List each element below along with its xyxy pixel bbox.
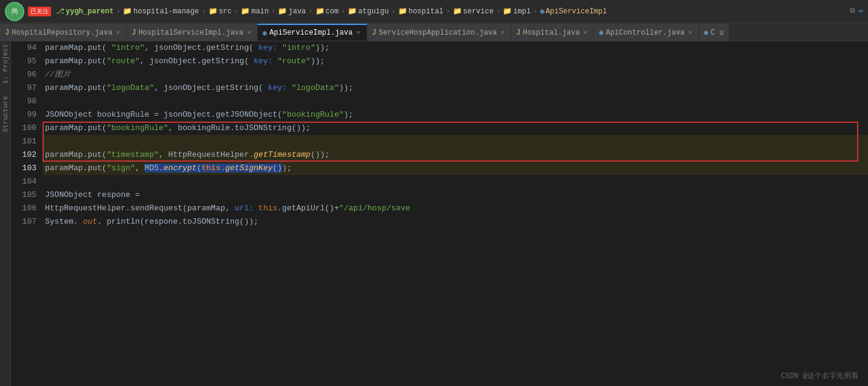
code-text-103d-selected: MD5.encrypt(this.getSignKey() bbox=[145, 164, 282, 173]
folder-icon-2: 📁 bbox=[208, 7, 218, 16]
bc-java[interactable]: 📁 java bbox=[278, 7, 306, 16]
tab-close-4[interactable]: × bbox=[499, 29, 506, 36]
tab-bar: J HospitalRepository.java × J HospitalSe… bbox=[0, 23, 868, 41]
bc-yygh: yygh_parent bbox=[66, 7, 114, 16]
tab-close-1[interactable]: × bbox=[115, 29, 122, 36]
code-line-103: paramMap.put("sign", MD5.encrypt(this.ge… bbox=[43, 162, 868, 175]
tab-label-7: C u bbox=[711, 29, 724, 37]
code-text-95a: paramMap.put( bbox=[45, 57, 106, 66]
tab-cu[interactable]: ◉ C u bbox=[699, 24, 729, 41]
bc-sep-9: › bbox=[496, 7, 500, 16]
code-content[interactable]: paramMap.put( "intro", jsonObject.getStr… bbox=[43, 41, 868, 386]
code-text-99c: ); bbox=[344, 110, 354, 119]
folder-icon-9: 📁 bbox=[503, 7, 512, 16]
sidebar-structure-label[interactable]: Structure bbox=[2, 96, 9, 132]
folder-icon-5: 📁 bbox=[315, 7, 325, 16]
tab-java-icon-7: ◉ bbox=[704, 28, 708, 37]
bc-impl[interactable]: 📁 impl bbox=[503, 7, 531, 16]
bc-service[interactable]: 📁 service bbox=[453, 7, 494, 16]
code-line-96: //图片 bbox=[43, 68, 868, 81]
watermark: CSDN @这个名字先用着 bbox=[781, 371, 858, 381]
code-text-94c: , jsonObject.getString( bbox=[145, 43, 258, 52]
code-text-95d: key: bbox=[253, 57, 277, 66]
git-icon: ⎇ bbox=[56, 7, 64, 16]
code-text-97f: )); bbox=[339, 83, 353, 92]
tab-apiserviceimpl[interactable]: ◉ ApiServiceImpl.java × bbox=[258, 24, 367, 41]
tab-apicontroller[interactable]: ◉ ApiController.java × bbox=[594, 24, 698, 41]
code-text-94e: "intro" bbox=[282, 43, 315, 52]
code-text-97b: "logoData" bbox=[106, 83, 154, 92]
line-num-94: 94 bbox=[11, 41, 36, 55]
bc-apiserviceimpl[interactable]: ◉ ApiServiceImpl bbox=[540, 7, 607, 16]
tab-hospitalserviceimpl[interactable]: J HospitalServiceImpl.java × bbox=[126, 24, 258, 41]
line-num-101: 101 bbox=[11, 135, 36, 148]
tab-close-5[interactable]: × bbox=[582, 29, 589, 36]
code-text-102c: , HttpRequestHelper. bbox=[159, 150, 253, 159]
code-text-106c: this bbox=[258, 204, 277, 213]
bc-label-5: com bbox=[326, 7, 339, 16]
code-text-94b: "intro" bbox=[111, 43, 145, 52]
code-line-99: JSONObject bookingRule = jsonObject.getJ… bbox=[43, 108, 868, 122]
window-restore-icon[interactable]: ⧉ bbox=[850, 7, 855, 16]
bc-sep-7: › bbox=[391, 7, 396, 16]
bc-sep-1: › bbox=[116, 7, 120, 16]
ide-window: 尚 已关注 ⎇ yygh_parent › 📁 hospital-manage … bbox=[0, 0, 868, 386]
bc-atguigu[interactable]: 📁 atguigu bbox=[348, 7, 388, 16]
line-num-104: 104 bbox=[11, 175, 36, 188]
bc-sep-10: › bbox=[533, 7, 537, 16]
line-num-100: 100 bbox=[11, 122, 36, 135]
bc-git[interactable]: ⎇ yygh_parent bbox=[56, 7, 114, 16]
tab-label-2: HospitalServiceImpl.java bbox=[139, 29, 244, 37]
tab-servicehospapplication[interactable]: J ServiceHospApplication.java × bbox=[367, 24, 511, 41]
bc-com[interactable]: 📁 com bbox=[315, 7, 339, 16]
line-num-103: 103 bbox=[11, 162, 36, 175]
window-back-icon[interactable]: ↩ bbox=[859, 7, 863, 16]
code-line-106: HttpRequestHelper.sendRequest(paramMap, … bbox=[43, 202, 868, 215]
folder-icon-3: 📁 bbox=[241, 7, 250, 16]
line-num-96: 96 bbox=[11, 68, 36, 81]
code-text-102b: "timestamp" bbox=[106, 150, 159, 159]
tab-close-2[interactable]: × bbox=[246, 29, 252, 36]
code-text-97a: paramMap.put( bbox=[45, 83, 106, 92]
bc-sep-6: › bbox=[341, 7, 345, 16]
tab-java-icon-1: J bbox=[5, 29, 9, 37]
code-line-105: JSONObject respone = bbox=[43, 188, 868, 202]
tab-label-4: ServiceHospApplication.java bbox=[379, 29, 497, 37]
code-text-103b: "sign" bbox=[106, 164, 135, 173]
bc-label-1: hospital-manage bbox=[133, 7, 199, 16]
bc-label-8: service bbox=[463, 7, 494, 16]
line-num-98: 98 bbox=[11, 95, 36, 108]
code-text-99a: JSONObject bookingRule = jsonObject.getJ… bbox=[45, 110, 282, 119]
bc-label-10: ApiServiceImpl bbox=[546, 7, 607, 16]
bc-sep-2: › bbox=[201, 7, 205, 16]
editor[interactable]: 94 95 96 97 98 99 100 101 102 103 104 10… bbox=[11, 41, 868, 386]
code-text-103a: paramMap.put( bbox=[45, 164, 106, 173]
code-text-100c: , bookingRule.toJSONString()); bbox=[168, 123, 311, 133]
class-icon: ◉ bbox=[540, 7, 544, 16]
code-text-96: //图片 bbox=[45, 70, 71, 79]
code-text-106a: HttpRequestHelper.sendRequest(paramMap, bbox=[45, 204, 235, 213]
code-text-95b: "route" bbox=[106, 57, 140, 66]
code-text-107a: System. bbox=[45, 217, 83, 226]
line-num-97: 97 bbox=[11, 81, 36, 95]
bc-hospital[interactable]: 📁 hospital bbox=[398, 7, 444, 16]
sidebar-project-label[interactable]: 1: Project bbox=[2, 44, 9, 84]
bc-hospital-manage[interactable]: 📁 hospital-manage bbox=[123, 7, 199, 16]
bc-src[interactable]: 📁 src bbox=[208, 7, 232, 16]
bc-label-6: atguigu bbox=[358, 7, 388, 16]
tab-close-3[interactable]: × bbox=[355, 29, 362, 36]
code-text-95e: "route" bbox=[277, 57, 311, 66]
folder-icon-7: 📁 bbox=[398, 7, 407, 16]
tab-java-icon-2: J bbox=[131, 29, 136, 37]
code-text-103c: , bbox=[135, 164, 145, 173]
tab-close-6[interactable]: × bbox=[687, 29, 694, 36]
code-line-100: paramMap.put("bookingRule", bookingRule.… bbox=[43, 122, 868, 135]
tab-hospital[interactable]: J Hospital.java × bbox=[511, 24, 594, 41]
line-num-95: 95 bbox=[11, 55, 36, 68]
line-num-99: 99 bbox=[11, 108, 36, 122]
folder-icon-1: 📁 bbox=[123, 7, 132, 16]
bc-main[interactable]: 📁 main bbox=[241, 7, 269, 16]
code-text-102a: paramMap.put( bbox=[45, 150, 106, 159]
code-text-107c: . println(respone.toJSONString()); bbox=[97, 217, 258, 226]
tab-hospitalrepository[interactable]: J HospitalRepository.java × bbox=[0, 24, 126, 41]
